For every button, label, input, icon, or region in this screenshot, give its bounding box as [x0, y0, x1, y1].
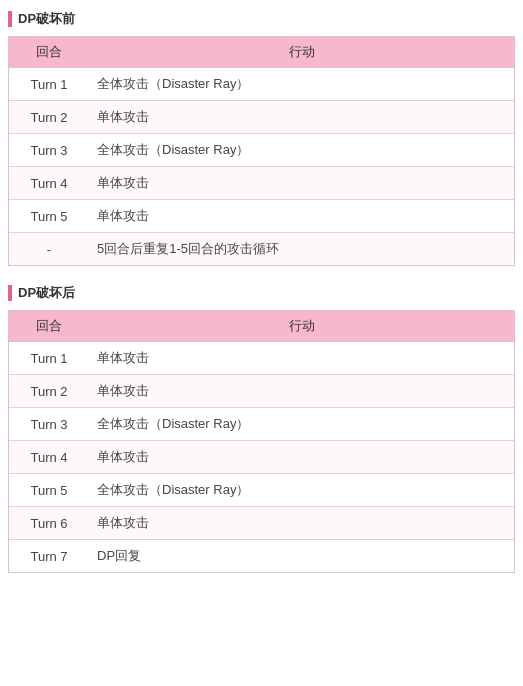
- table-row: Turn 7DP回复: [9, 540, 514, 573]
- table-row: Turn 4单体攻击: [9, 441, 514, 474]
- action-cell: DP回复: [89, 540, 514, 573]
- action-cell: 单体攻击: [89, 507, 514, 540]
- section1-table-wrap: 回合 行动 Turn 1全体攻击（Disaster Ray）Turn 2单体攻击…: [8, 36, 515, 266]
- section1-col-turn: 回合: [9, 37, 89, 68]
- turn-cell: Turn 2: [9, 101, 89, 134]
- action-cell: 单体攻击: [89, 167, 514, 200]
- table-row: Turn 2单体攻击: [9, 101, 514, 134]
- table-row: Turn 2单体攻击: [9, 375, 514, 408]
- table-row: Turn 1全体攻击（Disaster Ray）: [9, 68, 514, 101]
- action-cell: 全体攻击（Disaster Ray）: [89, 408, 514, 441]
- turn-cell: Turn 4: [9, 441, 89, 474]
- table-row: Turn 5全体攻击（Disaster Ray）: [9, 474, 514, 507]
- action-cell: 全体攻击（Disaster Ray）: [89, 474, 514, 507]
- action-cell: 单体攻击: [89, 101, 514, 134]
- turn-cell: Turn 5: [9, 200, 89, 233]
- turn-cell: Turn 4: [9, 167, 89, 200]
- section2-col-action: 行动: [89, 311, 514, 342]
- action-cell: 单体攻击: [89, 342, 514, 375]
- section1-header-row: 回合 行动: [9, 37, 514, 68]
- turn-cell: Turn 2: [9, 375, 89, 408]
- turn-cell: Turn 1: [9, 68, 89, 101]
- section2-header-row: 回合 行动: [9, 311, 514, 342]
- section1-title-text: DP破坏前: [18, 10, 75, 28]
- table-row: Turn 5单体攻击: [9, 200, 514, 233]
- section2-title: DP破坏后: [8, 284, 515, 302]
- section1-col-action: 行动: [89, 37, 514, 68]
- section1-title: DP破坏前: [8, 10, 515, 28]
- action-cell: 5回合后重复1-5回合的攻击循环: [89, 233, 514, 266]
- section1-table: 回合 行动 Turn 1全体攻击（Disaster Ray）Turn 2单体攻击…: [9, 37, 514, 265]
- turn-cell: Turn 5: [9, 474, 89, 507]
- turn-cell: Turn 6: [9, 507, 89, 540]
- table-row: -5回合后重复1-5回合的攻击循环: [9, 233, 514, 266]
- section2-table: 回合 行动 Turn 1单体攻击Turn 2单体攻击Turn 3全体攻击（Dis…: [9, 311, 514, 572]
- table-row: Turn 3全体攻击（Disaster Ray）: [9, 408, 514, 441]
- turn-cell: -: [9, 233, 89, 266]
- section2-title-text: DP破坏后: [18, 284, 75, 302]
- action-cell: 单体攻击: [89, 441, 514, 474]
- action-cell: 全体攻击（Disaster Ray）: [89, 68, 514, 101]
- turn-cell: Turn 3: [9, 134, 89, 167]
- turn-cell: Turn 1: [9, 342, 89, 375]
- table-row: Turn 3全体攻击（Disaster Ray）: [9, 134, 514, 167]
- section2-col-turn: 回合: [9, 311, 89, 342]
- turn-cell: Turn 3: [9, 408, 89, 441]
- turn-cell: Turn 7: [9, 540, 89, 573]
- table-row: Turn 4单体攻击: [9, 167, 514, 200]
- section2-table-wrap: 回合 行动 Turn 1单体攻击Turn 2单体攻击Turn 3全体攻击（Dis…: [8, 310, 515, 573]
- section1: DP破坏前 回合 行动 Turn 1全体攻击（Disaster Ray）Turn…: [8, 10, 515, 266]
- table-row: Turn 6单体攻击: [9, 507, 514, 540]
- section2: DP破坏后 回合 行动 Turn 1单体攻击Turn 2单体攻击Turn 3全体…: [8, 284, 515, 573]
- table-row: Turn 1单体攻击: [9, 342, 514, 375]
- action-cell: 单体攻击: [89, 200, 514, 233]
- action-cell: 单体攻击: [89, 375, 514, 408]
- action-cell: 全体攻击（Disaster Ray）: [89, 134, 514, 167]
